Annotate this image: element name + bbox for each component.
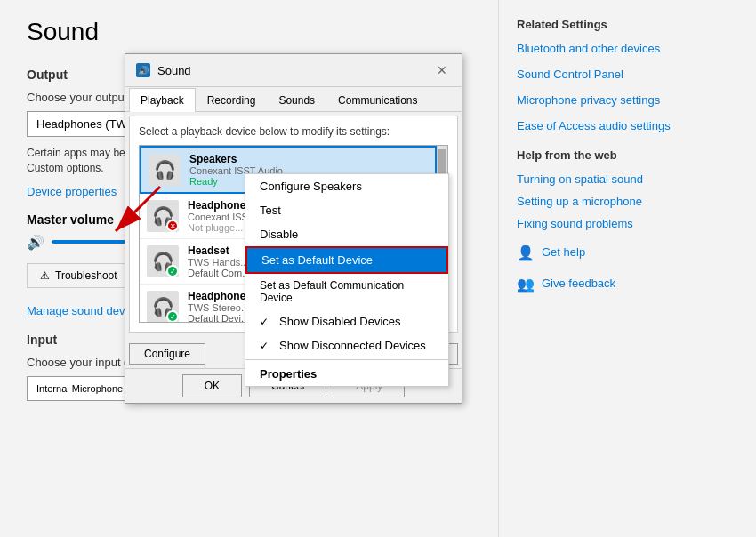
ctx-separator	[245, 359, 448, 360]
feedback-link[interactable]: Give feedback	[542, 277, 615, 292]
device-badge-green1: ✓	[166, 265, 179, 277]
ctx-disable[interactable]: Disable	[245, 222, 448, 246]
microphone-privacy-link[interactable]: Microphone privacy settings	[517, 93, 738, 108]
context-menu: Configure Speakers Test Disable Set as D…	[245, 173, 449, 387]
device-badge-green2: ✓	[166, 310, 179, 322]
right-panel: Related Settings Bluetooth and other dev…	[498, 0, 756, 537]
tab-playback[interactable]: Playback	[129, 88, 196, 112]
page-title: Sound	[27, 18, 471, 46]
sound-control-panel-link[interactable]: Sound Control Panel	[517, 68, 738, 83]
manage-sound-devices-link[interactable]: Manage sound devic	[27, 304, 133, 317]
bluetooth-devices-link[interactable]: Bluetooth and other devices	[517, 42, 738, 57]
device-avatar-headset: 🎧 ✓	[147, 245, 179, 277]
device-avatar-headphone2: 🎧 ✓	[147, 291, 179, 322]
device-avatar-headphone1: 🎧 ✕	[147, 200, 179, 232]
ease-of-access-link[interactable]: Ease of Access audio settings	[517, 119, 738, 134]
ctx-test[interactable]: Test	[245, 198, 448, 222]
setup-microphone-link[interactable]: Setting up a microphone	[517, 195, 738, 208]
tab-sounds[interactable]: Sounds	[267, 88, 326, 112]
device-avatar-speakers: 🎧	[149, 154, 181, 186]
dialog-close-button[interactable]: ✕	[433, 61, 451, 79]
ok-button[interactable]: OK	[182, 374, 242, 397]
ctx-properties[interactable]: Properties	[245, 362, 448, 386]
dialog-instruction: Select a playback device below to modify…	[139, 125, 448, 138]
sound-dialog-icon: 🔊	[136, 63, 150, 77]
dialog-titlebar: 🔊 Sound ✕	[125, 54, 462, 87]
ctx-set-default-comm[interactable]: Set as Default Communication Device	[245, 274, 448, 309]
warning-icon: ⚠	[40, 269, 50, 282]
dialog-title-area: 🔊 Sound	[136, 63, 191, 77]
configure-button[interactable]: Configure	[129, 343, 205, 365]
device-badge-red: ✕	[166, 220, 179, 232]
ctx-configure-speakers[interactable]: Configure Speakers	[245, 174, 448, 198]
settings-page: Sound Output Choose your output d Headph…	[0, 0, 756, 537]
troubleshoot-button[interactable]: ⚠ Troubleshoot	[27, 263, 131, 288]
tab-recording[interactable]: Recording	[196, 88, 268, 112]
dialog-title: Sound	[157, 64, 191, 77]
related-settings-title: Related Settings	[517, 18, 738, 31]
dialog-tabs: Playback Recording Sounds Communications	[125, 87, 462, 112]
feedback-icon: 👥	[517, 276, 535, 293]
ctx-set-default-device[interactable]: Set as Default Device	[245, 246, 448, 274]
get-help-link[interactable]: Get help	[542, 245, 585, 260]
spatial-sound-link[interactable]: Turning on spatial sound	[517, 172, 738, 186]
ctx-show-disconnected[interactable]: Show Disconnected Devices	[245, 333, 448, 357]
ctx-show-disabled[interactable]: Show Disabled Devices	[245, 309, 448, 333]
help-from-web-title: Help from the web	[517, 148, 738, 162]
fix-sound-link[interactable]: Fixing sound problems	[517, 217, 738, 230]
feedback-row: 👥 Give feedback	[517, 276, 738, 293]
volume-icon: 🔊	[27, 234, 44, 251]
tab-communications[interactable]: Communications	[326, 88, 429, 112]
get-help-icon: 👤	[517, 244, 535, 261]
get-help-row: 👤 Get help	[517, 244, 738, 261]
